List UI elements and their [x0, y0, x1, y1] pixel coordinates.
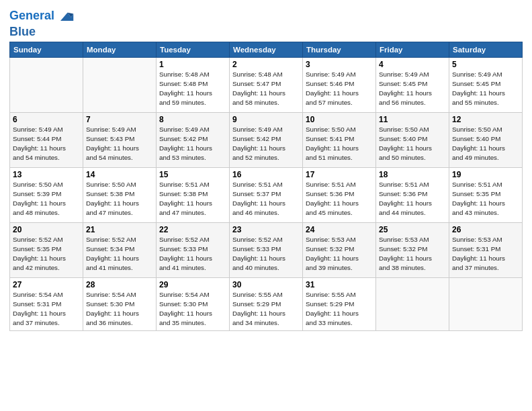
- day-detail: Sunrise: 5:52 AM Sunset: 5:33 PM Dayligh…: [232, 235, 300, 273]
- calendar-week-row: 6Sunrise: 5:49 AM Sunset: 5:44 PM Daylig…: [10, 112, 523, 167]
- calendar-cell: 12Sunrise: 5:50 AM Sunset: 5:40 PM Dayli…: [449, 112, 523, 167]
- calendar-cell: 31Sunrise: 5:55 AM Sunset: 5:29 PM Dayli…: [303, 277, 376, 330]
- day-detail: Sunrise: 5:50 AM Sunset: 5:39 PM Dayligh…: [13, 180, 80, 218]
- day-detail: Sunrise: 5:51 AM Sunset: 5:36 PM Dayligh…: [306, 180, 373, 218]
- calendar-cell: 21Sunrise: 5:52 AM Sunset: 5:34 PM Dayli…: [83, 222, 157, 277]
- day-number: 30: [232, 280, 300, 289]
- day-detail: Sunrise: 5:52 AM Sunset: 5:34 PM Dayligh…: [86, 235, 153, 273]
- day-detail: Sunrise: 5:49 AM Sunset: 5:43 PM Dayligh…: [86, 125, 153, 163]
- day-detail: Sunrise: 5:49 AM Sunset: 5:42 PM Dayligh…: [159, 125, 226, 163]
- logo: General Blue: [9, 7, 75, 39]
- day-detail: Sunrise: 5:53 AM Sunset: 5:31 PM Dayligh…: [452, 235, 519, 273]
- day-detail: Sunrise: 5:49 AM Sunset: 5:45 PM Dayligh…: [379, 70, 446, 108]
- logo-blue-text: Blue: [9, 26, 75, 39]
- calendar-cell: 9Sunrise: 5:49 AM Sunset: 5:42 PM Daylig…: [230, 112, 303, 167]
- day-detail: Sunrise: 5:54 AM Sunset: 5:30 PM Dayligh…: [159, 290, 226, 328]
- calendar-cell: 5Sunrise: 5:49 AM Sunset: 5:45 PM Daylig…: [449, 57, 523, 112]
- day-detail: Sunrise: 5:49 AM Sunset: 5:42 PM Dayligh…: [232, 125, 300, 163]
- day-detail: Sunrise: 5:49 AM Sunset: 5:44 PM Dayligh…: [13, 125, 80, 163]
- day-detail: Sunrise: 5:54 AM Sunset: 5:31 PM Dayligh…: [13, 290, 80, 328]
- day-detail: Sunrise: 5:52 AM Sunset: 5:33 PM Dayligh…: [159, 235, 226, 273]
- logo-text: General: [9, 9, 54, 23]
- day-number: 6: [13, 115, 80, 124]
- day-detail: Sunrise: 5:55 AM Sunset: 5:29 PM Dayligh…: [232, 290, 300, 328]
- day-detail: Sunrise: 5:51 AM Sunset: 5:37 PM Dayligh…: [232, 180, 300, 218]
- day-detail: Sunrise: 5:50 AM Sunset: 5:41 PM Dayligh…: [306, 125, 373, 163]
- day-detail: Sunrise: 5:49 AM Sunset: 5:46 PM Dayligh…: [306, 70, 373, 108]
- calendar-week-row: 13Sunrise: 5:50 AM Sunset: 5:39 PM Dayli…: [10, 167, 523, 222]
- calendar-cell: 10Sunrise: 5:50 AM Sunset: 5:41 PM Dayli…: [303, 112, 376, 167]
- day-number: 28: [86, 280, 153, 289]
- calendar-cell: 19Sunrise: 5:51 AM Sunset: 5:35 PM Dayli…: [449, 167, 523, 222]
- day-detail: Sunrise: 5:50 AM Sunset: 5:38 PM Dayligh…: [86, 180, 153, 218]
- logo-icon: [56, 7, 75, 26]
- calendar-week-row: 20Sunrise: 5:52 AM Sunset: 5:35 PM Dayli…: [10, 222, 523, 277]
- day-number: 23: [232, 225, 300, 234]
- day-detail: Sunrise: 5:48 AM Sunset: 5:48 PM Dayligh…: [159, 70, 226, 108]
- calendar-cell: 16Sunrise: 5:51 AM Sunset: 5:37 PM Dayli…: [230, 167, 303, 222]
- day-detail: Sunrise: 5:49 AM Sunset: 5:45 PM Dayligh…: [452, 70, 519, 108]
- day-detail: Sunrise: 5:52 AM Sunset: 5:35 PM Dayligh…: [13, 235, 80, 273]
- calendar-cell: 27Sunrise: 5:54 AM Sunset: 5:31 PM Dayli…: [10, 277, 83, 330]
- calendar-cell: 29Sunrise: 5:54 AM Sunset: 5:30 PM Dayli…: [157, 277, 230, 330]
- weekday-header-monday: Monday: [83, 42, 157, 57]
- calendar-cell: [83, 57, 157, 112]
- day-number: 15: [159, 170, 226, 179]
- weekday-header-thursday: Thursday: [303, 42, 376, 57]
- day-number: 12: [452, 115, 519, 124]
- day-number: 17: [306, 170, 373, 179]
- day-number: 16: [232, 170, 300, 179]
- calendar-cell: 30Sunrise: 5:55 AM Sunset: 5:29 PM Dayli…: [230, 277, 303, 330]
- day-number: 21: [86, 225, 153, 234]
- day-detail: Sunrise: 5:50 AM Sunset: 5:40 PM Dayligh…: [379, 125, 446, 163]
- calendar-cell: 6Sunrise: 5:49 AM Sunset: 5:44 PM Daylig…: [10, 112, 83, 167]
- day-detail: Sunrise: 5:51 AM Sunset: 5:38 PM Dayligh…: [159, 180, 226, 218]
- calendar-cell: 18Sunrise: 5:51 AM Sunset: 5:36 PM Dayli…: [376, 167, 449, 222]
- calendar-table: SundayMondayTuesdayWednesdayThursdayFrid…: [9, 42, 523, 331]
- day-number: 22: [159, 225, 226, 234]
- calendar-cell: 8Sunrise: 5:49 AM Sunset: 5:42 PM Daylig…: [157, 112, 230, 167]
- day-number: 20: [13, 225, 80, 234]
- day-number: 1: [159, 60, 226, 69]
- calendar-cell: 1Sunrise: 5:48 AM Sunset: 5:48 PM Daylig…: [157, 57, 230, 112]
- day-number: 19: [452, 170, 519, 179]
- day-number: 2: [232, 60, 300, 69]
- day-number: 24: [306, 225, 373, 234]
- calendar-cell: 11Sunrise: 5:50 AM Sunset: 5:40 PM Dayli…: [376, 112, 449, 167]
- day-number: 26: [452, 225, 519, 234]
- day-number: 14: [86, 170, 153, 179]
- calendar-cell: 3Sunrise: 5:49 AM Sunset: 5:46 PM Daylig…: [303, 57, 376, 112]
- day-number: 31: [306, 280, 373, 289]
- calendar-cell: 25Sunrise: 5:53 AM Sunset: 5:32 PM Dayli…: [376, 222, 449, 277]
- weekday-header-friday: Friday: [376, 42, 449, 57]
- calendar-cell: 23Sunrise: 5:52 AM Sunset: 5:33 PM Dayli…: [230, 222, 303, 277]
- day-number: 18: [379, 170, 446, 179]
- day-number: 7: [86, 115, 153, 124]
- weekday-header-saturday: Saturday: [449, 42, 523, 57]
- calendar-cell: 20Sunrise: 5:52 AM Sunset: 5:35 PM Dayli…: [10, 222, 83, 277]
- day-detail: Sunrise: 5:51 AM Sunset: 5:36 PM Dayligh…: [379, 180, 446, 218]
- day-number: 10: [306, 115, 373, 124]
- day-detail: Sunrise: 5:53 AM Sunset: 5:32 PM Dayligh…: [379, 235, 446, 273]
- day-number: 4: [379, 60, 446, 69]
- calendar-cell: 4Sunrise: 5:49 AM Sunset: 5:45 PM Daylig…: [376, 57, 449, 112]
- calendar-cell: 26Sunrise: 5:53 AM Sunset: 5:31 PM Dayli…: [449, 222, 523, 277]
- day-number: 5: [452, 60, 519, 69]
- calendar-cell: 22Sunrise: 5:52 AM Sunset: 5:33 PM Dayli…: [157, 222, 230, 277]
- day-detail: Sunrise: 5:55 AM Sunset: 5:29 PM Dayligh…: [306, 290, 373, 328]
- day-number: 13: [13, 170, 80, 179]
- calendar-cell: 2Sunrise: 5:48 AM Sunset: 5:47 PM Daylig…: [230, 57, 303, 112]
- weekday-header-sunday: Sunday: [10, 42, 83, 57]
- day-number: 11: [379, 115, 446, 124]
- day-number: 29: [159, 280, 226, 289]
- calendar-cell: 14Sunrise: 5:50 AM Sunset: 5:38 PM Dayli…: [83, 167, 157, 222]
- day-detail: Sunrise: 5:51 AM Sunset: 5:35 PM Dayligh…: [452, 180, 519, 218]
- calendar-cell: [376, 277, 449, 330]
- day-number: 25: [379, 225, 446, 234]
- weekday-header-tuesday: Tuesday: [157, 42, 230, 57]
- day-number: 3: [306, 60, 373, 69]
- day-number: 9: [232, 115, 300, 124]
- calendar-cell: [10, 57, 83, 112]
- page: General Blue SundayMondayTuesdayWednesda…: [0, 0, 532, 411]
- calendar-cell: 28Sunrise: 5:54 AM Sunset: 5:30 PM Dayli…: [83, 277, 157, 330]
